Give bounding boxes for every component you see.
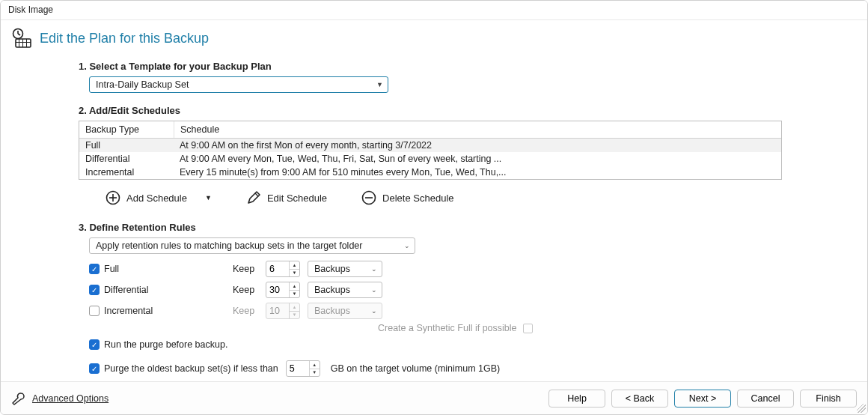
chevron-down-icon: ⌄: [371, 265, 377, 273]
svg-line-11: [255, 193, 258, 196]
schedule-toolbar: Add Schedule ▼ Edit Schedule Delete Sche…: [106, 190, 788, 205]
add-schedule-label: Add Schedule: [126, 193, 187, 204]
template-select[interactable]: Intra-Daily Backup Set ▼: [89, 76, 388, 93]
edit-schedule-button[interactable]: Edit Schedule: [246, 190, 327, 205]
spin-down-icon[interactable]: ▼: [310, 369, 320, 377]
schedule-row-differential[interactable]: Differential At 9:00 AM every Mon, Tue, …: [79, 152, 781, 166]
run-purge-checkbox[interactable]: ✓: [89, 339, 100, 350]
synthetic-full-label: Create a Synthetic Full if possible: [378, 323, 517, 333]
schedule-row-text: At 9:00 AM on the first Mon of every mon…: [174, 139, 781, 152]
differential-unit-value: Backups: [314, 285, 350, 295]
retention-row-incremental: Incremental Keep ▲▼ Backups ⌄: [89, 300, 788, 321]
step2-heading: 2. Add/Edit Schedules: [79, 105, 788, 116]
schedule-row-incremental[interactable]: Incremental Every 15 minute(s) from 9:00…: [79, 166, 781, 179]
full-keep-spinner[interactable]: ▲▼: [266, 261, 300, 277]
full-checkbox[interactable]: ✓: [89, 264, 100, 274]
run-purge-label: Run the purge before backup.: [104, 339, 227, 350]
col-backup-type[interactable]: Backup Type: [79, 121, 174, 138]
window-title: Disk Image: [8, 4, 53, 15]
retention-row-full: ✓ Full Keep ▲▼ Backups ⌄: [89, 258, 788, 279]
purge-oldest-suffix: GB on the target volume (minimum 1GB): [331, 363, 500, 374]
chevron-down-icon[interactable]: ▼: [205, 194, 212, 202]
window-titlebar: Disk Image: [1, 1, 867, 20]
differential-label: Differential: [104, 285, 149, 295]
schedule-table[interactable]: Backup Type Schedule Full At 9:00 AM on …: [79, 121, 782, 180]
spin-down-icon[interactable]: ▼: [290, 290, 299, 298]
spin-up-icon[interactable]: ▲: [310, 361, 320, 369]
incremental-checkbox[interactable]: [89, 306, 100, 316]
purge-oldest-prefix: Purge the oldest backup set(s) if less t…: [104, 363, 278, 374]
full-unit-value: Backups: [314, 264, 350, 274]
wrench-icon: [11, 391, 26, 406]
retention-scope-select[interactable]: Apply retention rules to matching backup…: [89, 237, 415, 254]
schedule-row-text: Every 15 minute(s) from 9:00 AM for 510 …: [174, 166, 781, 179]
spin-up-icon[interactable]: ▲: [290, 261, 299, 269]
chevron-down-icon: ▼: [376, 81, 383, 88]
wizard-content: 1. Select a Template for your Backup Pla…: [1, 61, 788, 377]
purge-oldest-checkbox[interactable]: ✓: [89, 363, 100, 374]
help-button[interactable]: Help: [548, 390, 605, 408]
purge-oldest-row: ✓ Purge the oldest backup set(s) if less…: [89, 360, 788, 377]
advanced-options-label: Advanced Options: [32, 393, 109, 404]
spin-up-icon: ▲: [290, 303, 299, 311]
full-label: Full: [104, 264, 119, 274]
keep-label: Keep: [233, 306, 258, 316]
spin-down-icon: ▼: [290, 311, 299, 319]
minus-circle-icon: [361, 190, 376, 205]
chevron-down-icon: ⌄: [404, 242, 410, 249]
chevron-down-icon: ⌄: [371, 307, 377, 315]
synthetic-full-row: Create a Synthetic Full if possible: [378, 323, 788, 333]
purge-oldest-spinner[interactable]: ▲▼: [286, 360, 320, 377]
step3-heading: 3. Define Retention Rules: [79, 222, 788, 233]
page-title: Edit the Plan for this Backup: [40, 31, 209, 46]
schedule-row-type: Differential: [79, 152, 174, 166]
back-button[interactable]: < Back: [611, 390, 668, 408]
spin-up-icon[interactable]: ▲: [290, 282, 299, 290]
retention-row-differential: ✓ Differential Keep ▲▼ Backups ⌄: [89, 279, 788, 300]
keep-label: Keep: [233, 285, 258, 295]
run-purge-row: ✓ Run the purge before backup.: [89, 339, 788, 350]
template-select-value: Intra-Daily Backup Set: [96, 79, 189, 90]
synthetic-full-checkbox: [523, 324, 533, 333]
schedule-row-text: At 9:00 AM every Mon, Tue, Wed, Thu, Fri…: [174, 152, 781, 166]
finish-button[interactable]: Finish: [800, 390, 857, 408]
advanced-options-link[interactable]: Advanced Options: [11, 391, 109, 406]
step1-heading: 1. Select a Template for your Backup Pla…: [79, 61, 788, 72]
incremental-keep-value: [266, 303, 289, 318]
schedule-row-type: Incremental: [79, 166, 174, 179]
differential-unit-select[interactable]: Backups ⌄: [308, 282, 382, 298]
delete-schedule-button[interactable]: Delete Schedule: [361, 190, 453, 205]
plus-circle-icon: [106, 190, 120, 205]
chevron-down-icon: ⌄: [371, 286, 377, 294]
retention-scope-value: Apply retention rules to matching backup…: [96, 240, 362, 251]
schedule-row-full[interactable]: Full At 9:00 AM on the first Mon of ever…: [79, 139, 781, 152]
wizard-footer: Advanced Options Help < Back Next > Canc…: [1, 381, 867, 414]
edit-schedule-label: Edit Schedule: [267, 193, 327, 204]
differential-checkbox[interactable]: ✓: [89, 285, 100, 295]
spin-down-icon[interactable]: ▼: [290, 269, 299, 277]
plan-icon: [11, 28, 32, 49]
full-unit-select[interactable]: Backups ⌄: [308, 261, 382, 277]
incremental-unit-select: Backups ⌄: [308, 303, 382, 319]
page-header: Edit the Plan for this Backup: [1, 20, 867, 53]
incremental-keep-spinner: ▲▼: [266, 303, 300, 319]
delete-schedule-label: Delete Schedule: [382, 193, 453, 204]
keep-label: Keep: [233, 264, 258, 274]
full-keep-value[interactable]: [266, 261, 289, 276]
schedule-table-header: Backup Type Schedule: [79, 121, 781, 139]
resize-grip-icon[interactable]: [857, 404, 866, 413]
incremental-unit-value: Backups: [314, 306, 350, 316]
schedule-table-body: Full At 9:00 AM on the first Mon of ever…: [79, 139, 781, 179]
purge-oldest-value[interactable]: [287, 361, 309, 376]
schedule-row-type: Full: [79, 139, 174, 152]
differential-keep-value[interactable]: [266, 282, 289, 297]
svg-line-2: [18, 34, 20, 35]
col-schedule[interactable]: Schedule: [174, 121, 781, 138]
add-schedule-button[interactable]: Add Schedule ▼: [106, 190, 212, 205]
differential-keep-spinner[interactable]: ▲▼: [266, 282, 300, 298]
cancel-button[interactable]: Cancel: [737, 390, 794, 408]
next-button[interactable]: Next >: [674, 390, 731, 408]
incremental-label: Incremental: [104, 306, 153, 316]
pencil-icon: [246, 190, 261, 205]
